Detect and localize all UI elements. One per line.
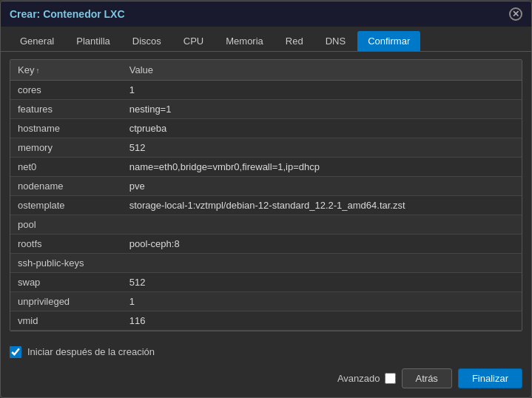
table-cell-key: ostemplate xyxy=(10,195,122,215)
footer-checkbox-area: Iniciar después de la creación xyxy=(1,339,531,364)
tab-plantilla[interactable]: Plantilla xyxy=(66,31,121,51)
table-row: rootfspool-ceph:8 xyxy=(10,234,522,253)
table-cell-value: name=eth0,bridge=vmbr0,firewall=1,ip=dhc… xyxy=(122,157,522,176)
start-after-create-label: Iniciar después de la creación xyxy=(27,346,155,357)
table-row: vmid116 xyxy=(10,311,522,330)
table-cell-value: 512 xyxy=(122,138,522,157)
table-cell-key: rootfs xyxy=(10,234,122,253)
table-cell-key: pool xyxy=(10,215,122,234)
table-row: ostemplatestorage-local-1:vztmpl/debian-… xyxy=(10,195,522,215)
tab-cpu[interactable]: CPU xyxy=(173,31,214,51)
config-table: Key↑ Value cores1featuresnesting=1hostna… xyxy=(10,60,522,331)
table-cell-value: storage-local-1:vztmpl/debian-12-standar… xyxy=(122,195,522,215)
table-row: hostnamectprueba xyxy=(10,118,522,138)
table-cell-key: cores xyxy=(10,80,122,99)
table-cell-value: 1 xyxy=(122,80,522,99)
avanzado-area: Avanzado xyxy=(337,373,396,384)
tab-discos[interactable]: Discos xyxy=(122,31,172,51)
table-cell-key: unprivileged xyxy=(10,291,122,311)
col-header-value: Value xyxy=(122,60,522,81)
table-cell-value: nesting=1 xyxy=(122,99,522,118)
avanzado-label: Avanzado xyxy=(337,373,380,384)
table-cell-key: nodename xyxy=(10,176,122,195)
tab-memoria[interactable]: Memoria xyxy=(215,31,274,51)
table-cell-value: ctprueba xyxy=(122,118,522,138)
tab-confirmar[interactable]: Confirmar xyxy=(357,31,420,51)
table-row: nodenamepve xyxy=(10,176,522,195)
table-cell-value: pve xyxy=(122,176,522,195)
table-cell-key: memory xyxy=(10,138,122,157)
table-cell-value xyxy=(122,253,522,272)
table-cell-key: hostname xyxy=(10,118,122,138)
avanzado-checkbox[interactable] xyxy=(385,373,396,384)
start-after-create-checkbox[interactable] xyxy=(10,346,21,358)
back-button[interactable]: Atrás xyxy=(402,368,452,388)
dialog-title: Crear: Contenedor LXC xyxy=(10,8,125,20)
table-row: swap512 xyxy=(10,272,522,291)
title-bar: Crear: Contenedor LXC ✕ xyxy=(1,1,531,27)
table-cell-key: features xyxy=(10,99,122,118)
table-row: pool xyxy=(10,215,522,234)
tab-dns[interactable]: DNS xyxy=(315,31,356,51)
table-cell-key: ssh-public-keys xyxy=(10,253,122,272)
table-row: memory512 xyxy=(10,138,522,157)
footer-buttons: Avanzado Atrás Finalizar xyxy=(1,364,531,397)
table-cell-value: pool-ceph:8 xyxy=(122,234,522,253)
finish-button[interactable]: Finalizar xyxy=(458,368,522,388)
tab-red[interactable]: Red xyxy=(275,31,314,51)
close-button[interactable]: ✕ xyxy=(509,7,522,21)
table-cell-value xyxy=(122,215,522,234)
table-cell-value: 512 xyxy=(122,272,522,291)
tab-general[interactable]: General xyxy=(10,31,64,51)
table-cell-key: swap xyxy=(10,272,122,291)
tab-bar: GeneralPlantillaDiscosCPUMemoriaRedDNSCo… xyxy=(1,27,531,52)
table-cell-value: 116 xyxy=(122,311,522,330)
table-row: unprivileged1 xyxy=(10,291,522,311)
close-icon: ✕ xyxy=(512,10,519,18)
table-row: net0name=eth0,bridge=vmbr0,firewall=1,ip… xyxy=(10,157,522,176)
table-cell-value: 1 xyxy=(122,291,522,311)
table-row: featuresnesting=1 xyxy=(10,99,522,118)
config-table-container: Key↑ Value cores1featuresnesting=1hostna… xyxy=(10,59,522,331)
col-header-key: Key↑ xyxy=(10,60,122,81)
dialog: Crear: Contenedor LXC ✕ GeneralPlantilla… xyxy=(0,1,532,398)
table-row: cores1 xyxy=(10,80,522,99)
table-cell-key: vmid xyxy=(10,311,122,330)
main-content: Key↑ Value cores1featuresnesting=1hostna… xyxy=(1,52,531,339)
table-cell-key: net0 xyxy=(10,157,122,176)
sort-arrow: ↑ xyxy=(36,67,39,75)
table-row: ssh-public-keys xyxy=(10,253,522,272)
